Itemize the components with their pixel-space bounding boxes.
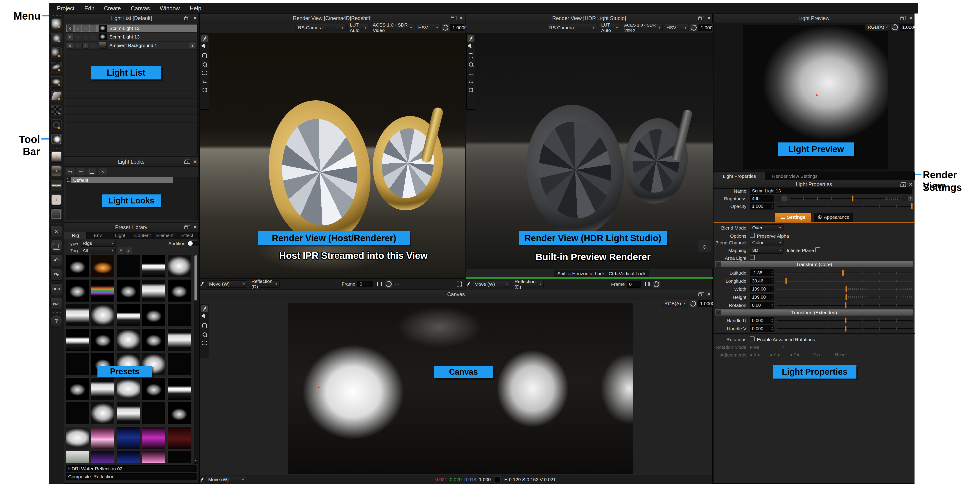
float-panel-icon[interactable] bbox=[452, 16, 457, 20]
tab-element[interactable]: Element bbox=[154, 232, 176, 239]
spotlight-tool-icon[interactable] bbox=[51, 134, 62, 145]
expand-row-icon[interactable]: › bbox=[189, 43, 196, 48]
help-icon[interactable]: ? bbox=[51, 315, 62, 327]
preset-thumbnail[interactable] bbox=[167, 402, 191, 425]
fit-view-icon[interactable] bbox=[201, 87, 208, 94]
increase-fine-button[interactable]: + bbox=[908, 196, 913, 202]
preset-thumbnail[interactable] bbox=[91, 451, 115, 463]
close-panel-icon[interactable]: × bbox=[460, 15, 463, 21]
pause-icon[interactable] bbox=[377, 282, 382, 286]
refresh-icon[interactable] bbox=[689, 300, 697, 307]
brightness-slider[interactable] bbox=[789, 196, 900, 202]
tab-render-view-settings[interactable]: Render View Settings bbox=[765, 172, 824, 180]
height-slider[interactable] bbox=[777, 294, 913, 300]
exposure-field[interactable]: 1.0000 bbox=[450, 24, 464, 31]
preset-thumbnail[interactable] bbox=[91, 328, 115, 351]
type-dropdown[interactable]: Rigs▾ bbox=[80, 240, 116, 246]
close-panel-icon[interactable]: × bbox=[193, 159, 197, 164]
solo-toggle-icon[interactable]: S bbox=[75, 42, 81, 49]
preset-thumbnail[interactable] bbox=[91, 377, 115, 400]
round-light-tool-icon[interactable] bbox=[51, 18, 62, 30]
panorama-backdrop-tool-icon[interactable] bbox=[51, 165, 62, 177]
scatter-light-tool-icon[interactable] bbox=[51, 105, 62, 116]
hide-filter-icon[interactable]: ø bbox=[125, 247, 132, 254]
blend-channel-dropdown[interactable]: Color▾ bbox=[750, 239, 783, 246]
decrease-fine-button[interactable]: − bbox=[781, 196, 787, 202]
transform-core-header[interactable]: ▼ Transform (Core) bbox=[715, 261, 913, 267]
select-toggle-muted-icon[interactable]: ▸ bbox=[83, 42, 89, 49]
enable-toggle-icon[interactable]: 0 bbox=[67, 25, 73, 32]
delete-light-icon[interactable]: × bbox=[51, 226, 62, 237]
close-panel-icon[interactable]: × bbox=[909, 15, 913, 21]
tag-dropdown[interactable]: All▾ bbox=[80, 247, 116, 254]
zoom-region-tool-icon[interactable] bbox=[201, 340, 208, 347]
handle-v-slider[interactable] bbox=[777, 326, 913, 332]
name-field[interactable]: Scrim Light 13 bbox=[750, 188, 912, 194]
area-light-checkbox[interactable] bbox=[750, 255, 755, 260]
float-panel-icon[interactable] bbox=[185, 16, 190, 20]
ring-light-tool-icon[interactable] bbox=[51, 119, 62, 131]
zoom-region-tool-icon[interactable] bbox=[468, 70, 474, 76]
preset-thumbnail[interactable] bbox=[116, 451, 140, 463]
preset-thumbnail[interactable] bbox=[167, 426, 191, 449]
menu-item-canvas[interactable]: Canvas bbox=[126, 5, 155, 12]
add-child-look-icon[interactable]: ⌐+ bbox=[76, 168, 86, 175]
float-panel-icon[interactable] bbox=[699, 292, 704, 296]
preset-thumbnail[interactable] bbox=[116, 328, 140, 351]
brightness-field[interactable]: 400 bbox=[750, 195, 774, 202]
tab-rig[interactable]: Rig bbox=[64, 232, 87, 239]
menu-item-window[interactable]: Window bbox=[155, 5, 185, 12]
redo-icon[interactable]: ↷ bbox=[51, 269, 62, 281]
preset-thumbnail[interactable] bbox=[142, 328, 165, 351]
preset-thumbnail[interactable] bbox=[91, 402, 115, 425]
preset-thumbnail[interactable] bbox=[116, 426, 140, 449]
rotation-slider[interactable] bbox=[777, 302, 913, 308]
tool-mode-dropdown[interactable]: Move (W)▾ bbox=[472, 281, 510, 288]
preset-thumbnail[interactable] bbox=[66, 451, 89, 463]
solo-toggle-icon[interactable]: S bbox=[75, 25, 81, 32]
select-tool-icon[interactable] bbox=[201, 44, 208, 51]
float-panel-icon[interactable] bbox=[185, 159, 190, 164]
add-look-icon[interactable]: ≡+ bbox=[66, 168, 75, 175]
preset-thumbnail[interactable] bbox=[167, 353, 191, 375]
tool-mode-dropdown[interactable]: Move (W)▾ bbox=[206, 476, 246, 483]
preset-thumbnail[interactable] bbox=[91, 304, 115, 326]
slider-marker[interactable] bbox=[845, 318, 846, 323]
zoom-tool-icon[interactable] bbox=[201, 331, 208, 338]
preset-thumbnail[interactable] bbox=[66, 328, 89, 351]
plane-light-tool-icon[interactable] bbox=[51, 90, 62, 102]
preset-thumbnail[interactable] bbox=[116, 304, 140, 326]
refresh-icon[interactable] bbox=[891, 24, 899, 31]
scrim-light-tool-icon[interactable] bbox=[51, 47, 62, 59]
collapse-icon[interactable]: ▼ bbox=[716, 261, 721, 267]
reset-button[interactable]: Reset bbox=[835, 352, 847, 358]
toolbar-grip[interactable] bbox=[52, 15, 61, 16]
copy-light-icon[interactable] bbox=[51, 240, 62, 252]
preset-thumbnail[interactable] bbox=[142, 426, 165, 449]
look-item-default[interactable]: Default bbox=[71, 177, 173, 183]
menu-item-create[interactable]: Create bbox=[99, 5, 126, 12]
preset-thumbnail[interactable] bbox=[66, 279, 89, 302]
float-panel-icon[interactable] bbox=[185, 225, 190, 229]
frame-field[interactable]: 0 bbox=[627, 281, 641, 288]
latitude-slider[interactable] bbox=[777, 270, 913, 276]
opacity-field[interactable]: 1.000 ▴▾ bbox=[750, 203, 774, 210]
delete-look-icon[interactable]: × bbox=[98, 168, 107, 175]
hdr-export-icon[interactable]: HDR bbox=[51, 283, 62, 295]
decrease-coarse-button[interactable]: − bbox=[775, 196, 781, 202]
width-field[interactable]: 109.00▴▾ bbox=[750, 286, 774, 293]
hdr-cycle-icon[interactable]: HDR bbox=[51, 298, 62, 310]
preset-file-field[interactable]: Composite_Reflection bbox=[66, 473, 197, 480]
slider-marker[interactable] bbox=[846, 294, 847, 300]
tool-mode-dropdown[interactable]: Move (W)▾ bbox=[207, 280, 247, 288]
adjust-x-stepper[interactable]: ◂X▸ bbox=[750, 352, 760, 358]
rotation-mode-caret-icon[interactable]: ▾ bbox=[783, 345, 784, 349]
collapse-icon[interactable]: ▼ bbox=[716, 310, 721, 315]
preset-thumbnail[interactable] bbox=[167, 279, 191, 302]
fit-view-icon[interactable] bbox=[468, 87, 474, 94]
preset-thumbnail[interactable] bbox=[142, 255, 165, 277]
gradient-backdrop-tool-icon[interactable] bbox=[51, 151, 62, 162]
height-field[interactable]: 109.00▴▾ bbox=[750, 294, 774, 301]
close-panel-icon[interactable]: × bbox=[707, 291, 711, 297]
preset-thumbnail[interactable] bbox=[142, 279, 165, 302]
